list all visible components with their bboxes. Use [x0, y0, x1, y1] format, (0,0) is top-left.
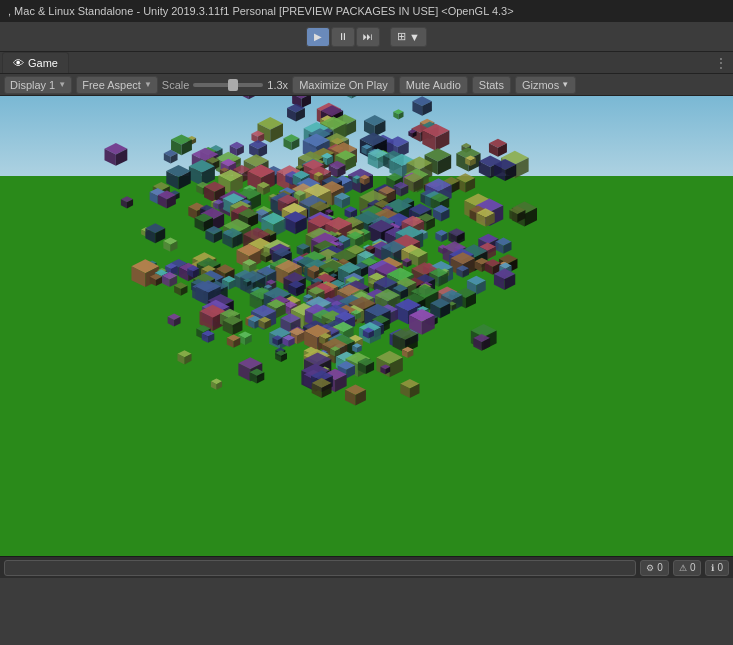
- game-tab[interactable]: 👁 Game: [2, 52, 69, 73]
- scale-thumb: [228, 79, 238, 91]
- tab-more-button[interactable]: ⋮: [709, 52, 733, 73]
- warning-count: 0: [690, 562, 696, 573]
- aspect-selector[interactable]: Free Aspect ▼: [76, 76, 158, 94]
- info-count: 0: [717, 562, 723, 573]
- aspect-dropdown-arrow: ▼: [144, 80, 152, 89]
- playback-controls: ▶ ⏸ ⏭: [306, 27, 380, 47]
- play-button[interactable]: ▶: [306, 27, 330, 47]
- mute-label: Mute Audio: [406, 79, 461, 91]
- scale-slider[interactable]: [193, 83, 263, 87]
- step-button[interactable]: ⏭: [356, 27, 380, 47]
- title-text: , Mac & Linux Standalone - Unity 2019.3.…: [8, 5, 514, 17]
- display-control: ⊞ ▼: [390, 27, 427, 47]
- mute-audio-button[interactable]: Mute Audio: [399, 76, 468, 94]
- search-wrapper: 🔍: [4, 560, 636, 576]
- control-bar: Display 1 ▼ Free Aspect ▼ Scale 1.3x Max…: [0, 74, 733, 96]
- display-dropdown-arrow: ▼: [58, 80, 66, 89]
- display-icon: ⊞: [397, 30, 406, 43]
- search-input[interactable]: [4, 560, 636, 576]
- stats-button[interactable]: Stats: [472, 76, 511, 94]
- info-icon: ℹ: [711, 563, 714, 573]
- stats-label: Stats: [479, 79, 504, 91]
- toolbar: ▶ ⏸ ⏭ ⊞ ▼: [0, 22, 733, 52]
- display-button[interactable]: ⊞ ▼: [390, 27, 427, 47]
- warning-icon: ⚠: [679, 563, 687, 573]
- error-count: 0: [657, 562, 663, 573]
- display-selector-label: Display 1: [10, 79, 55, 91]
- scale-label: Scale: [162, 79, 190, 91]
- game-tab-label: Game: [28, 57, 58, 69]
- pause-button[interactable]: ⏸: [331, 27, 355, 47]
- status-bar: 🔍 ⚙ 0 ⚠ 0 ℹ 0: [0, 556, 733, 578]
- scale-group: Scale 1.3x: [162, 79, 288, 91]
- maximize-on-play-button[interactable]: Maximize On Play: [292, 76, 395, 94]
- error-icon: ⚙: [646, 563, 654, 573]
- game-tab-icon: 👁: [13, 57, 24, 69]
- gizmos-arrow: ▼: [561, 80, 569, 89]
- info-badge[interactable]: ℹ 0: [705, 560, 729, 576]
- aspect-label: Free Aspect: [82, 79, 141, 91]
- more-icon: ⋮: [715, 56, 727, 70]
- play-icon: ▶: [314, 31, 322, 42]
- warning-badge[interactable]: ⚠ 0: [673, 560, 702, 576]
- step-icon: ⏭: [363, 31, 373, 42]
- scene-canvas: [0, 96, 733, 556]
- gizmos-button[interactable]: Gizmos ▼: [515, 76, 576, 94]
- pause-icon: ⏸: [338, 31, 348, 42]
- display-selector[interactable]: Display 1 ▼: [4, 76, 72, 94]
- maximize-label: Maximize On Play: [299, 79, 388, 91]
- tab-row: 👁 Game ⋮: [0, 52, 733, 74]
- title-bar: , Mac & Linux Standalone - Unity 2019.3.…: [0, 0, 733, 22]
- display-arrow: ▼: [409, 31, 420, 43]
- game-viewport: [0, 96, 733, 556]
- scale-value: 1.3x: [267, 79, 288, 91]
- gizmos-label: Gizmos: [522, 79, 559, 91]
- error-badge[interactable]: ⚙ 0: [640, 560, 669, 576]
